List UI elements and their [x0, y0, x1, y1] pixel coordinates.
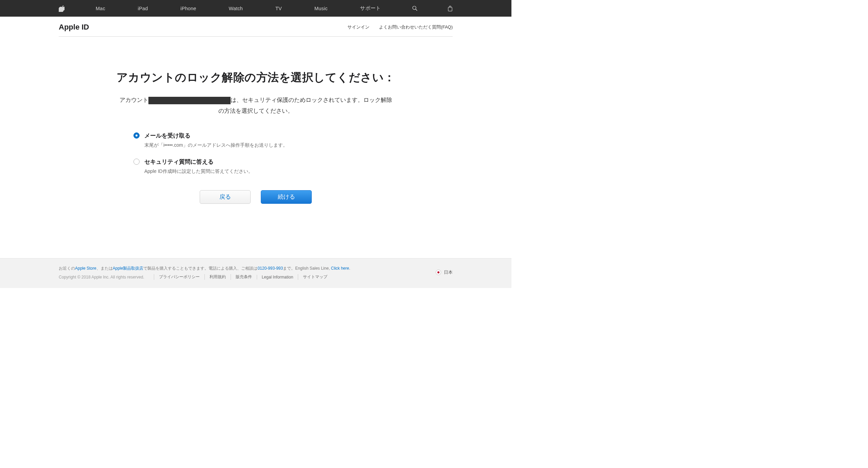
footer-link-sales[interactable]: 販売条件 [231, 274, 257, 280]
apple-logo-icon[interactable] [59, 5, 65, 12]
nav-support[interactable]: サポート [359, 3, 382, 14]
radio-security-questions[interactable] [133, 159, 140, 165]
locale-label: 日本 [444, 269, 453, 275]
nav-mac[interactable]: Mac [94, 4, 107, 13]
bag-icon[interactable] [448, 5, 453, 12]
footer-link-sitemap[interactable]: サイトマップ [298, 274, 332, 280]
footer-link-legal[interactable]: Legal Information [257, 275, 298, 280]
footer-text-2: 、または [96, 266, 113, 271]
nav-music[interactable]: Music [313, 4, 329, 13]
unlock-options: メールを受け取る 末尾が「i•••••.com」のメールアドレスへ操作手順をお送… [133, 132, 378, 175]
redacted-account [148, 97, 231, 104]
footer-text-4: まで。English Sales Line, [283, 266, 331, 271]
footer: お近くのApple Store、またはApple製品取扱店で製品を購入することも… [0, 258, 511, 288]
sub-header: Apple ID サインイン よくお問い合わせいただく質問(FAQ) [59, 17, 453, 37]
footer-link-privacy[interactable]: プライバシーポリシー [154, 274, 204, 280]
desc-mid: は、セキュリティ保護のためロックされています。ロック解除 [231, 97, 392, 103]
option-security-text: セキュリティ質問に答える Apple ID作成時に設定した質問に答えてください。 [144, 158, 253, 175]
nav-watch[interactable]: Watch [228, 4, 245, 13]
flag-japan-icon [436, 270, 441, 275]
footer-text-5: . [349, 266, 350, 271]
faq-link[interactable]: よくお問い合わせいただく質問(FAQ) [379, 24, 453, 30]
global-nav: Mac iPad iPhone Watch TV Music サポート [0, 0, 511, 17]
option-security-desc: Apple ID作成時に設定した質問に答えてください。 [144, 168, 253, 175]
sub-header-links: サインイン よくお問い合わせいただく質問(FAQ) [347, 24, 453, 30]
footer-text-3: で製品を購入することもできます。電話による購入、ご相談は [143, 266, 257, 271]
option-email-title: メールを受け取る [144, 132, 288, 140]
option-security-title: セキュリティ質問に答える [144, 158, 253, 166]
footer-link-terms[interactable]: 利用規約 [204, 274, 231, 280]
main-heading: アカウントのロック解除の方法を選択してください： [59, 70, 453, 85]
global-nav-inner: Mac iPad iPhone Watch TV Music サポート [59, 3, 453, 14]
desc-post: の方法を選択してください。 [218, 108, 293, 114]
svg-rect-2 [448, 7, 452, 11]
footer-row-1: お近くのApple Store、またはApple製品取扱店で製品を購入することも… [59, 265, 453, 272]
page-title: Apple ID [59, 23, 89, 32]
footer-row-2: Copyright © 2018 Apple Inc. All rights r… [59, 274, 453, 280]
radio-email[interactable] [133, 132, 140, 139]
desc-pre: アカウント [120, 97, 148, 103]
back-button[interactable]: 戻る [200, 190, 251, 204]
continue-button[interactable]: 続ける [261, 190, 312, 204]
footer-text-1: お近くの [59, 266, 75, 271]
main-description: アカウントは、セキュリティ保護のためロックされています。ロック解除 の方法を選択… [120, 95, 392, 117]
signin-link[interactable]: サインイン [347, 24, 369, 30]
svg-line-1 [416, 9, 417, 11]
option-security-questions[interactable]: セキュリティ質問に答える Apple ID作成時に設定した質問に答えてください。 [133, 158, 378, 175]
button-row: 戻る 続ける [59, 190, 453, 204]
footer-link-phone[interactable]: 0120-993-993 [257, 266, 283, 271]
footer-link-reseller[interactable]: Apple製品取扱店 [113, 266, 144, 271]
footer-link-english[interactable]: Click here [331, 266, 349, 271]
search-icon[interactable] [412, 5, 418, 11]
option-email-desc: 末尾が「i•••••.com」のメールアドレスへ操作手順をお送りします。 [144, 142, 288, 148]
nav-ipad[interactable]: iPad [137, 4, 149, 13]
option-email-text: メールを受け取る 末尾が「i•••••.com」のメールアドレスへ操作手順をお送… [144, 132, 288, 148]
copyright: Copyright © 2018 Apple Inc. All rights r… [59, 275, 144, 280]
main-content: アカウントのロック解除の方法を選択してください： アカウントは、セキュリティ保護… [59, 37, 453, 204]
nav-iphone[interactable]: iPhone [179, 4, 197, 13]
option-email[interactable]: メールを受け取る 末尾が「i•••••.com」のメールアドレスへ操作手順をお送… [133, 132, 378, 148]
footer-inner: お近くのApple Store、またはApple製品取扱店で製品を購入することも… [59, 265, 453, 280]
footer-link-apple-store[interactable]: Apple Store [75, 266, 96, 271]
nav-tv[interactable]: TV [274, 4, 283, 13]
locale-selector[interactable]: 日本 [436, 269, 453, 275]
